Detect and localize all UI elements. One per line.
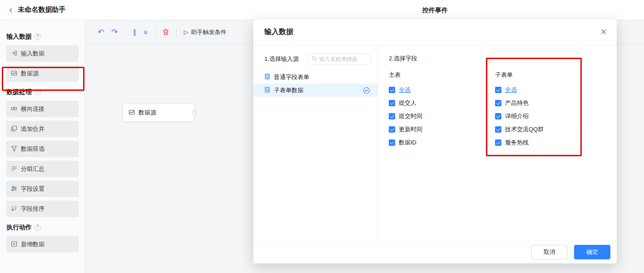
sidebar-item-label: 字段设置 [21, 185, 45, 193]
sidebar-item-data-source[interactable]: 数据源 [6, 65, 79, 82]
document-icon [264, 86, 270, 94]
node-label: 数据源 [139, 109, 156, 117]
sidebar-item-group-summary[interactable]: 分组汇总 [6, 161, 79, 177]
undo-icon[interactable]: ↶ [98, 28, 104, 36]
checkbox-checked[interactable] [495, 139, 501, 146]
sidebar-item-append-merge[interactable]: 追加合并 [6, 121, 79, 137]
sidebar-item-input-data[interactable]: 输入数据 [6, 45, 79, 62]
sidebar: 输入数据 ? 输入数据 数据源 数据处理 ? 横向连接 追加合并 数据筛选 分组… [0, 20, 85, 273]
fields-group-subform: 子表单 全选 产品特色 详细介绍 技术交流QQ群 服务热线 [495, 71, 544, 151]
dialog-header: 输入数据 [253, 19, 617, 45]
source-panel: 1.选择输入源 普通字段表单 子表单数据 [253, 46, 378, 240]
cancel-button[interactable]: 取消 [531, 245, 568, 259]
sidebar-item-label: 追加合并 [21, 125, 45, 133]
redo-icon[interactable]: ↷ [111, 28, 118, 36]
checkbox-checked[interactable] [389, 113, 395, 119]
confirm-button[interactable]: 确定 [574, 245, 610, 259]
toolbar-divider [176, 29, 177, 36]
help-icon[interactable]: ? [35, 89, 41, 95]
field-option-select-all[interactable]: 全选 [389, 85, 422, 94]
field-option[interactable]: 数据ID [389, 138, 422, 147]
field-option[interactable]: 服务热线 [495, 138, 544, 147]
join-icon [11, 105, 17, 113]
trash-icon[interactable] [163, 29, 169, 35]
sidebar-section-process: 数据处理 ? [6, 88, 79, 96]
align-vertical-icon[interactable]: ∥ [133, 29, 137, 35]
datasource-icon [129, 109, 135, 117]
fields-section-label: 2.选择字段 [389, 55, 417, 63]
field-option[interactable]: 提交时间 [389, 112, 422, 121]
source-item-normal-form[interactable]: 普通字段表单 [253, 70, 377, 84]
sidebar-item-label: 横向连接 [21, 105, 45, 113]
checkbox-checked[interactable] [495, 100, 501, 106]
field-option[interactable]: 产品特色 [495, 99, 544, 108]
group-icon [11, 165, 17, 173]
field-option[interactable]: 技术交流QQ群 [495, 125, 544, 134]
play-icon: ▷ [184, 29, 188, 35]
field-option[interactable]: 更新时间 [389, 125, 422, 134]
sidebar-item-label: 输入数据 [21, 50, 45, 58]
search-icon [312, 56, 317, 63]
datasource-icon [11, 70, 17, 78]
field-option-select-all[interactable]: 全选 [495, 85, 544, 94]
field-option[interactable]: 详细介绍 [495, 112, 544, 121]
check-circle-icon [363, 87, 370, 94]
settings-icon [11, 185, 17, 193]
datasource-node[interactable]: 数据源 [123, 104, 194, 122]
field-option[interactable]: 提交人 [389, 99, 422, 108]
sidebar-item-field-sort[interactable]: 字段排序 [6, 201, 79, 217]
back-icon[interactable]: ‹ [9, 5, 12, 15]
group-title: 主表 [389, 71, 422, 79]
sidebar-item-label: 字段排序 [21, 205, 45, 213]
close-icon[interactable]: × [600, 26, 607, 37]
help-icon[interactable]: ? [35, 34, 41, 40]
search-field[interactable] [319, 56, 367, 62]
help-icon[interactable]: ? [35, 224, 41, 231]
add-icon [11, 241, 17, 248]
filter-icon [11, 145, 17, 153]
sidebar-section-actions: 执行动作 ? [6, 223, 79, 232]
sidebar-item-label: 数据源 [21, 69, 39, 78]
sidebar-item-label: 数据筛选 [21, 145, 45, 153]
trigger-condition-label: 助手触发条件 [191, 28, 227, 36]
source-header-row: 1.选择输入源 [253, 46, 377, 70]
checkbox-checked[interactable] [389, 126, 395, 133]
sort-icon [11, 205, 17, 213]
topbar: ‹ 未命名数据助手 控件事件 [0, 0, 644, 20]
fields-group-main-table: 主表 全选 提交人 提交时间 更新时间 数据ID [389, 71, 422, 151]
sidebar-item-label: 分组汇总 [21, 165, 45, 173]
toolbar-divider [125, 29, 126, 36]
input-data-dialog: 输入数据 × 1.选择输入源 普通字段表单 子表单数据 2.选择字段 主表 全选 [253, 19, 617, 263]
align-horizontal-icon[interactable]: ≡ [144, 29, 148, 35]
dialog-footer: 取消 确定 [253, 240, 617, 263]
document-icon [264, 73, 270, 81]
source-item-label: 子表单数据 [274, 86, 303, 94]
source-item-subform-data[interactable]: 子表单数据 [253, 84, 377, 97]
trigger-condition-button[interactable]: ▷ 助手触发条件 [184, 28, 227, 36]
sidebar-item-add-data[interactable]: 新增数据 [6, 236, 79, 253]
dialog-title: 输入数据 [264, 27, 293, 37]
checkbox-checked[interactable] [389, 100, 395, 106]
checkbox-checked[interactable] [495, 87, 501, 93]
source-section-label: 1.选择输入源 [264, 55, 299, 63]
source-item-label: 普通字段表单 [274, 73, 309, 81]
toolbar-divider [155, 29, 155, 36]
sidebar-item-field-settings[interactable]: 字段设置 [6, 181, 79, 197]
node-output-port[interactable] [192, 111, 196, 114]
page-title: 未命名数据助手 [18, 5, 65, 14]
import-icon [11, 50, 17, 58]
sidebar-item-data-filter[interactable]: 数据筛选 [6, 141, 79, 157]
sidebar-section-input: 输入数据 ? [6, 33, 79, 41]
tab-widget-events[interactable]: 控件事件 [422, 0, 448, 20]
sidebar-item-label: 新增数据 [21, 240, 45, 248]
checkbox-checked[interactable] [389, 87, 395, 93]
merge-icon [11, 125, 17, 133]
group-title: 子表单 [495, 71, 544, 79]
search-input[interactable] [307, 53, 372, 65]
checkbox-checked[interactable] [495, 113, 501, 119]
checkbox-checked[interactable] [495, 126, 501, 133]
sidebar-item-horizontal-join[interactable]: 横向连接 [6, 101, 79, 117]
checkbox-checked[interactable] [389, 139, 395, 146]
